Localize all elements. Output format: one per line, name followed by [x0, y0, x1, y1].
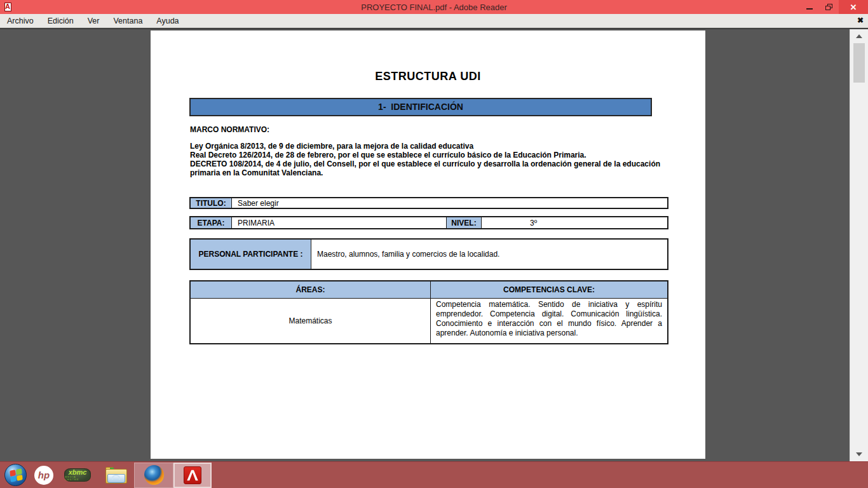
competencias-header: COMPETENCIAS CLAVE: [431, 281, 667, 298]
desktop-screen: A PROYECTO FINAL.pdf - Adobe Reader ✕ Ar… [0, 0, 868, 488]
menu-ayuda[interactable]: Ayuda [149, 14, 186, 28]
close-button[interactable]: ✕ [839, 0, 868, 14]
file-explorer-icon [105, 466, 127, 484]
windows-flag-icon [10, 468, 23, 482]
close-icon: ✕ [850, 3, 857, 12]
titulo-row: TITULO: Saber elegir [189, 197, 668, 209]
titulo-label: TITULO: [191, 198, 232, 208]
etapa-nivel-row: ETAPA: PRIMARIA NIVEL: 3º [189, 216, 668, 229]
adobe-reader-icon [184, 466, 201, 484]
marco-line-2: Real Decreto 126/2014, de 28 de febrero,… [190, 151, 669, 159]
firefox-icon [144, 465, 164, 485]
pdf-page: ESTRUCTURA UDI 1- IDENTIFICACIÓN MARCO N… [151, 30, 705, 459]
document-viewer: ESTRUCTURA UDI 1- IDENTIFICACIÓN MARCO N… [0, 28, 868, 461]
scrollbar-thumb[interactable] [853, 43, 865, 83]
taskbar-explorer-button[interactable] [98, 463, 134, 488]
marco-normativo-label: MARCO NORMATIVO: [190, 125, 269, 134]
nivel-label: NIVEL: [447, 217, 482, 228]
personal-label: PERSONAL PARTICIPANTE : [191, 240, 311, 269]
vertical-scrollbar[interactable] [850, 29, 868, 463]
window-title: PROYECTO FINAL.pdf - Adobe Reader [0, 3, 868, 12]
taskbar-hp-icon[interactable]: hp [34, 466, 53, 485]
window-controls: ✕ [799, 0, 868, 14]
menu-archivo[interactable]: Archivo [0, 14, 41, 28]
marco-line-3: DECRETO 108/2014, de 4 de julio, del Con… [190, 159, 669, 177]
scroll-down-button[interactable] [850, 452, 868, 456]
restore-button[interactable] [819, 0, 839, 14]
etapa-value: PRIMARIA [232, 217, 447, 228]
etapa-label: ETAPA: [191, 217, 232, 228]
area-cell: Matemáticas [191, 299, 431, 343]
menu-ventana[interactable]: Ventana [106, 14, 149, 28]
table-row: Matemáticas Competencia matemática. Sent… [191, 299, 667, 343]
section-header-identificacion: 1- IDENTIFICACIÓN [189, 98, 652, 116]
start-button[interactable] [4, 464, 27, 486]
close-document-icon[interactable]: ✖ [857, 16, 864, 25]
personal-participante-row: PERSONAL PARTICIPANTE : Maestro, alumnos… [189, 238, 668, 270]
competencias-cell: Competencia matemática. Sentido de inici… [431, 299, 667, 343]
titulo-value: Saber elegir [232, 198, 667, 208]
taskbar-adobe-reader-button[interactable] [173, 463, 212, 488]
personal-value: Maestro, alumnos, familia y comercios de… [311, 240, 667, 269]
areas-competencias-table: ÁREAS: COMPETENCIAS CLAVE: Matemáticas C… [189, 280, 668, 344]
menu-ver[interactable]: Ver [81, 14, 107, 28]
window-titlebar: A PROYECTO FINAL.pdf - Adobe Reader ✕ [0, 0, 868, 14]
menu-edicion[interactable]: Edición [41, 14, 81, 28]
document-title: ESTRUCTURA UDI [151, 70, 705, 83]
minimize-icon [806, 8, 813, 10]
marco-line-1: Ley Orgánica 8/2013, de 9 de diciembre, … [190, 142, 669, 151]
table-header-row: ÁREAS: COMPETENCIAS CLAVE: [191, 281, 667, 299]
menu-bar: Archivo Edición Ver Ventana Ayuda ✖ [0, 14, 868, 28]
scroll-down-icon [856, 452, 862, 456]
taskbar: hp xbmc MEDIA CENTER [0, 461, 868, 488]
scroll-up-button[interactable] [850, 34, 868, 38]
taskbar-xbmc-icon[interactable]: xbmc MEDIA CENTER [64, 468, 91, 482]
scroll-up-icon [856, 34, 862, 38]
areas-header: ÁREAS: [191, 281, 431, 298]
marco-normativo-text: Ley Orgánica 8/2013, de 9 de diciembre, … [190, 142, 669, 177]
nivel-value: 3º [482, 217, 667, 228]
minimize-button[interactable] [799, 0, 819, 14]
taskbar-apps: hp xbmc MEDIA CENTER [0, 462, 212, 488]
taskbar-firefox-button[interactable] [134, 463, 173, 488]
restore-icon [825, 4, 832, 10]
